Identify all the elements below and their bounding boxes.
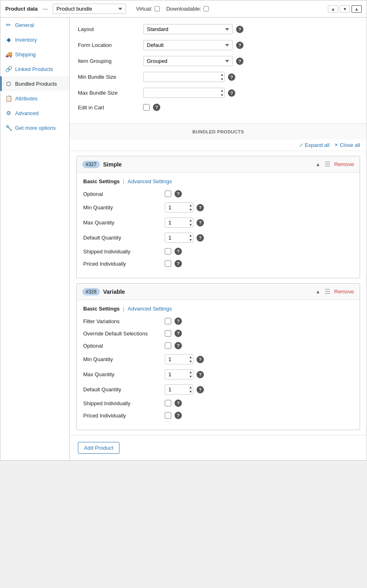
priced-individually-control-328: ?: [165, 412, 182, 419]
sidebar-item-bundled-products[interactable]: ⬡ Bundled Products: [0, 76, 69, 91]
form-location-select[interactable]: Default Before summary After summary: [143, 40, 233, 50]
priced-individually-row-327: Priced Individually ?: [83, 260, 353, 267]
close-all-button[interactable]: ✕ Close all: [334, 142, 360, 148]
priced-individually-checkbox-327[interactable]: [165, 260, 171, 267]
max-bundle-size-up[interactable]: ▲: [220, 89, 224, 93]
edit-in-cart-checkbox[interactable]: [143, 104, 150, 111]
priced-individually-help-328: ?: [175, 412, 182, 419]
min-qty-help-328: ?: [197, 356, 204, 363]
min-qty-spinner-327: ▲ ▼: [165, 202, 193, 213]
min-qty-label-328: Min Quantity: [83, 356, 165, 362]
add-product-button[interactable]: Add Product: [78, 442, 119, 454]
default-qty-down-328[interactable]: ▼: [189, 390, 192, 394]
sidebar: ✏ General ◆ Inventory 🚚 Shipping 🔗 Linke…: [0, 18, 70, 460]
min-bundle-size-input[interactable]: [143, 72, 225, 82]
sidebar-item-advanced[interactable]: ⚙ Advanced: [0, 106, 69, 120]
sidebar-item-general[interactable]: ✏ General: [0, 18, 69, 32]
filter-variations-checkbox-328[interactable]: [165, 318, 171, 324]
bundle-item-327: #327 Simple ▲ ☰ Remove Basic Settings | …: [76, 156, 360, 278]
min-qty-arrows-327: ▲ ▼: [189, 203, 192, 212]
downloadable-label[interactable]: Downloadable:: [166, 6, 209, 12]
sidebar-item-inventory[interactable]: ◆ Inventory: [0, 32, 69, 47]
collapse-up-button[interactable]: ▲: [328, 5, 338, 13]
collapse-down-button[interactable]: ▼: [340, 5, 350, 13]
toggle-button[interactable]: ▲: [352, 5, 362, 13]
default-qty-spinner-328: ▲ ▼: [165, 384, 193, 395]
default-qty-up-327[interactable]: ▲: [189, 233, 192, 238]
layout-select[interactable]: Standard Tabbed Stacked: [143, 24, 233, 34]
min-qty-up-328[interactable]: ▲: [189, 355, 192, 359]
tab-advanced-327[interactable]: Advanced Settings: [128, 178, 172, 184]
item-grouping-select[interactable]: Grouped None: [143, 56, 233, 66]
sidebar-item-linked-products[interactable]: 🔗 Linked Products: [0, 62, 69, 76]
shipped-individually-checkbox-328[interactable]: [165, 400, 171, 406]
filter-variations-control-328: ?: [165, 317, 182, 325]
max-qty-label-327: Max Quantity: [83, 220, 165, 226]
sidebar-item-shipping[interactable]: 🚚 Shipping: [0, 47, 69, 62]
edit-icon: ✏: [5, 22, 12, 28]
shipped-individually-checkbox-327[interactable]: [165, 248, 171, 255]
shipped-individually-control-327: ?: [165, 248, 182, 255]
priced-individually-help-327: ?: [175, 260, 182, 267]
max-bundle-size-input[interactable]: [143, 88, 225, 98]
sidebar-item-attributes[interactable]: 📋 Attributes: [0, 91, 69, 106]
sort-up-icon-328[interactable]: ▲: [316, 289, 321, 295]
drag-handle-327[interactable]: ☰: [325, 160, 330, 168]
max-qty-up-328[interactable]: ▲: [189, 370, 192, 375]
override-default-row-328: Override Default Selections ?: [83, 330, 353, 337]
default-qty-row-328: Default Quantity ▲ ▼ ?: [83, 384, 353, 395]
max-qty-control-327: ▲ ▼ ?: [165, 217, 204, 228]
min-qty-down-327[interactable]: ▼: [189, 208, 192, 212]
max-qty-down-327[interactable]: ▼: [189, 223, 192, 227]
min-qty-down-328[interactable]: ▼: [189, 359, 192, 364]
max-qty-row-328: Max Quantity ▲ ▼ ?: [83, 369, 353, 379]
filter-variations-label-328: Filter Variations: [83, 318, 165, 324]
default-qty-label-328: Default Quantity: [83, 386, 165, 393]
close-icon: ✕: [334, 142, 338, 148]
tab-advanced-328[interactable]: Advanced Settings: [128, 306, 172, 312]
min-qty-control-328: ▲ ▼ ?: [165, 354, 204, 364]
downloadable-checkbox[interactable]: [203, 6, 209, 11]
max-qty-spinner-328: ▲ ▼: [165, 369, 193, 379]
min-bundle-size-up[interactable]: ▲: [220, 73, 224, 77]
tab-basic-328[interactable]: Basic Settings: [83, 306, 120, 312]
default-qty-down-327[interactable]: ▼: [189, 238, 192, 242]
remove-button-328[interactable]: Remove: [334, 288, 354, 295]
min-qty-spinner-328: ▲ ▼: [165, 354, 193, 364]
add-product-section: Add Product: [70, 435, 367, 460]
default-qty-row-327: Default Quantity ▲ ▼ ?: [83, 233, 353, 243]
product-type-select[interactable]: Product bundle Simple product Grouped pr…: [53, 4, 126, 14]
sidebar-item-bundled-products-label: Bundled Products: [15, 81, 57, 87]
virtual-checkbox[interactable]: [155, 6, 160, 11]
min-bundle-size-down[interactable]: ▼: [220, 77, 224, 82]
edit-in-cart-label: Edit in Cart: [78, 104, 143, 111]
bundled-products-label: BUNDLED PRODUCTS: [192, 129, 244, 134]
main-layout: ✏ General ◆ Inventory 🚚 Shipping 🔗 Linke…: [0, 18, 367, 460]
drag-handle-328[interactable]: ☰: [325, 288, 330, 295]
sidebar-item-get-more-options[interactable]: 🔧 Get more options: [0, 120, 69, 135]
expand-all-button[interactable]: ⤢ Expand all: [299, 142, 329, 148]
max-qty-label-328: Max Quantity: [83, 371, 165, 377]
override-default-checkbox-328[interactable]: [165, 330, 171, 337]
max-qty-up-327[interactable]: ▲: [189, 218, 192, 223]
max-qty-arrows-327: ▲ ▼: [189, 218, 192, 227]
priced-individually-checkbox-328[interactable]: [165, 412, 171, 419]
default-qty-up-328[interactable]: ▲: [189, 385, 192, 390]
expand-close-bar: ⤢ Expand all ✕ Close all: [70, 140, 367, 151]
max-qty-control-328: ▲ ▼ ?: [165, 369, 204, 379]
remove-button-327[interactable]: Remove: [334, 161, 354, 167]
expand-all-label: Expand all: [305, 142, 329, 148]
filter-variations-help-328: ?: [175, 317, 182, 325]
max-bundle-size-down[interactable]: ▼: [220, 93, 224, 98]
shipped-individually-label-327: Shipped Individually: [83, 249, 165, 255]
tab-basic-327[interactable]: Basic Settings: [83, 178, 120, 184]
virtual-label[interactable]: Virtual:: [136, 6, 159, 12]
sort-up-icon-327[interactable]: ▲: [316, 162, 321, 167]
default-qty-control-328: ▲ ▼ ?: [165, 384, 204, 395]
min-qty-up-327[interactable]: ▲: [189, 203, 192, 208]
min-bundle-size-spinner: ▲ ▼: [143, 72, 225, 82]
max-qty-down-328[interactable]: ▼: [189, 375, 192, 379]
settings-tabs-327: Basic Settings | Advanced Settings: [83, 178, 353, 184]
optional-checkbox-327[interactable]: [165, 191, 171, 197]
optional-checkbox-328[interactable]: [165, 342, 171, 349]
